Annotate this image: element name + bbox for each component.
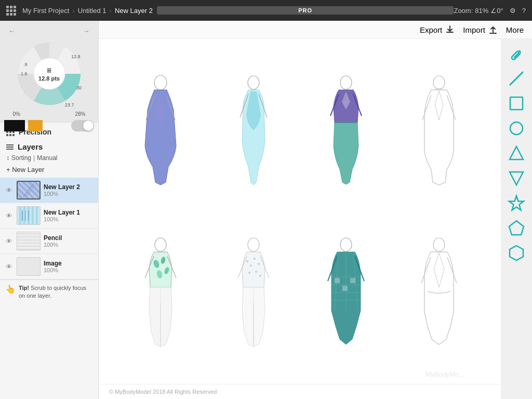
color-swatch-gold[interactable] (28, 120, 43, 131)
wheel-lines: ≡ (38, 66, 60, 75)
svg-point-36 (258, 263, 260, 265)
svg-point-43 (340, 238, 352, 251)
layer-info: Image 100% (44, 260, 94, 273)
wheel-pct-right: 28% (75, 111, 85, 117)
fashion-figure-5[interactable] (114, 211, 207, 374)
canvas-grid (99, 39, 501, 384)
svg-line-57 (421, 257, 431, 283)
fashion-figure-6[interactable] (207, 211, 300, 374)
svg-point-38 (255, 271, 257, 273)
fashion-figure-1[interactable] (114, 49, 207, 211)
paperclip-tool[interactable] (506, 43, 527, 64)
layer-info: New Layer 2 100% (44, 183, 94, 197)
breadcrumb-sep2: › (110, 7, 112, 15)
layer-visibility-icon[interactable]: 👁 (4, 262, 14, 271)
svg-line-23 (447, 95, 456, 120)
line-tool[interactable] (506, 68, 527, 89)
tip-text: Tip! Scrub to quickly focus on one layer… (19, 284, 93, 300)
svg-text:1.6: 1.6 (21, 71, 28, 76)
svg-rect-52 (342, 286, 348, 291)
nav-forward-icon[interactable]: → (83, 27, 90, 35)
color-swatch-black[interactable] (4, 120, 25, 131)
fashion-figure-3[interactable] (300, 49, 393, 211)
import-button[interactable]: Import (463, 25, 498, 34)
layer-visibility-icon[interactable]: 👁 (4, 236, 14, 246)
layers-section: Layers ↕ Sorting | Manual + New Layer 👁 (0, 139, 98, 399)
triangle-up-tool[interactable] (506, 143, 527, 164)
zoom-info: Zoom: 81% ∠0° (454, 7, 503, 15)
rectangle-tool[interactable] (506, 93, 527, 114)
svg-line-59 (510, 72, 523, 85)
svg-point-21 (433, 76, 445, 89)
tool-wheel[interactable]: 1.6 .9 12.8 30 23.7 ≡ 12.8 pts (13, 37, 86, 110)
svg-point-35 (254, 258, 256, 260)
wheel-center: ≡ 12.8 pts (38, 66, 60, 82)
canvas-right-split: © MyBodyModel 2018 All Rights Reserved M… (99, 39, 532, 399)
layers-label: Layers (18, 142, 43, 151)
svg-text:23.7: 23.7 (65, 102, 74, 108)
breadcrumb-untitled[interactable]: Untitled 1 (78, 7, 107, 15)
pentagon-tool[interactable] (506, 218, 527, 238)
nav-back-icon[interactable]: ← (8, 27, 16, 35)
svg-point-39 (259, 275, 261, 277)
pro-badge: PRO (157, 6, 454, 15)
layer-item[interactable]: 👁 New Layer 2 100% (0, 178, 98, 203)
layer-opacity: 100% (44, 216, 94, 222)
layer-name: Image (44, 260, 94, 267)
app-grid-icon[interactable] (6, 6, 16, 16)
triangle-down-tool[interactable] (506, 168, 527, 189)
svg-marker-63 (510, 172, 523, 185)
sorting-label: Sorting (11, 154, 31, 162)
fashion-figure-7[interactable] (300, 211, 393, 374)
svg-line-8 (26, 183, 36, 197)
top-bar-right: Zoom: 81% ∠0° ⚙ ? (454, 7, 526, 15)
toggle-switch[interactable] (71, 120, 94, 131)
layer-name: Pencil (44, 234, 94, 242)
top-bar: My First Project › Untitled 1 › New Laye… (0, 0, 532, 21)
breadcrumb: My First Project › Untitled 1 › New Laye… (22, 7, 153, 15)
gear-icon[interactable]: ⚙ (510, 7, 516, 15)
top-bar-left: My First Project › Untitled 1 › New Laye… (6, 6, 454, 16)
fashion-figure-4[interactable] (393, 49, 486, 211)
layer-visibility-icon[interactable]: 👁 (4, 185, 14, 195)
svg-point-33 (246, 260, 248, 262)
import-icon (488, 25, 498, 34)
sorting-row[interactable]: ↕ Sorting | Manual (0, 153, 98, 164)
layer-item[interactable]: 👁 New Layer 1 100% (0, 203, 98, 229)
help-icon[interactable]: ? (522, 7, 526, 15)
layer-visibility-icon[interactable]: 👁 (4, 211, 14, 220)
star-tool[interactable] (506, 193, 527, 214)
hexagon-tool[interactable] (506, 243, 527, 263)
svg-marker-66 (510, 246, 523, 260)
wheel-pct-left: 0% (13, 111, 20, 117)
svg-point-18 (340, 76, 352, 89)
svg-point-56 (433, 238, 445, 251)
breadcrumb-current[interactable]: New Layer 2 (115, 7, 153, 15)
export-label: Export (420, 25, 442, 34)
layer-opacity: 100% (44, 242, 94, 248)
layer-item[interactable]: 👁 Pencil 100% (0, 229, 98, 254)
zoom-value[interactable]: 81% (475, 7, 488, 15)
tip-message: Scrub to quickly focus on one layer. (19, 285, 86, 299)
sort-icon: ↕ (6, 154, 9, 162)
center-right: Export Import More (99, 21, 532, 399)
tool-wheel-area: ← → 1 (0, 21, 98, 122)
canvas-area[interactable]: © MyBodyModel 2018 All Rights Reserved M… (99, 39, 501, 399)
circle-tool[interactable] (506, 118, 527, 139)
layers-header: Layers (0, 139, 98, 153)
more-button[interactable]: More (506, 25, 524, 34)
layer-item[interactable]: 👁 Image 100% (0, 254, 98, 280)
export-button[interactable]: Export (420, 25, 455, 34)
new-layer-button[interactable]: + New Layer (0, 164, 98, 178)
breadcrumb-project[interactable]: My First Project (22, 7, 69, 15)
zoom-label: Zoom: (454, 7, 473, 15)
svg-point-24 (155, 238, 166, 251)
svg-marker-62 (510, 147, 523, 159)
export-icon (445, 25, 455, 34)
hamburger-icon[interactable] (6, 144, 14, 150)
tip-bold: Tip! (19, 285, 29, 291)
fashion-figure-8[interactable] (393, 211, 486, 374)
fashion-figure-2[interactable] (207, 49, 300, 211)
import-label: Import (463, 25, 485, 34)
layer-name: New Layer 1 (44, 209, 94, 216)
